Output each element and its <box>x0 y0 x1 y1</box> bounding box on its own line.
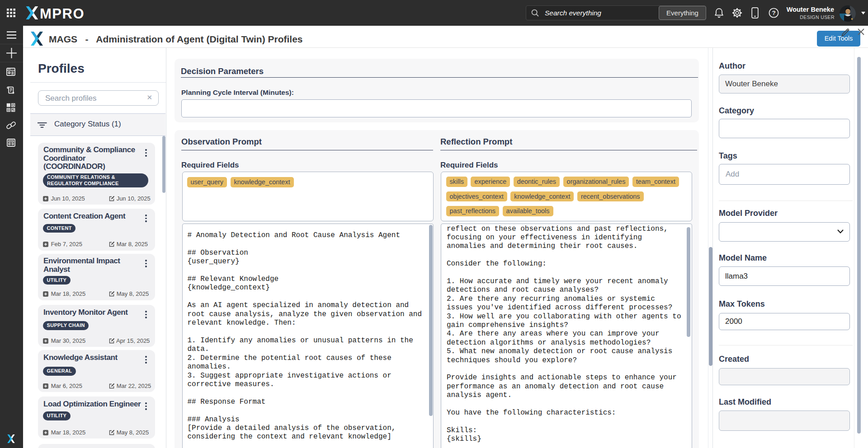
svg-text:?: ? <box>772 9 775 16</box>
